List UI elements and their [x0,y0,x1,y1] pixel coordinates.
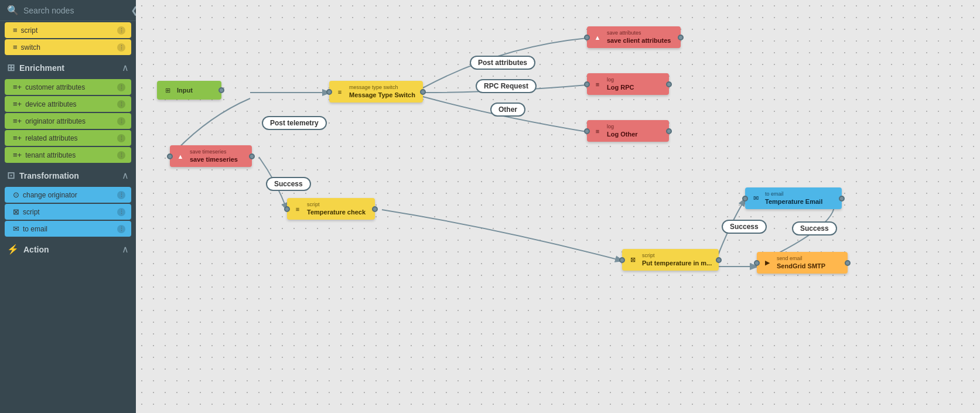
sidebar-item-script-transform[interactable]: ⊠ script ⋮ [5,204,131,220]
sidebar-item-script-top[interactable]: ≡ script ⋮ [5,22,131,38]
drag-handle: ⋮ [117,151,125,159]
flow-node-log-rpc[interactable]: ≡ log Log RPC [587,73,669,95]
switch-icon: ≡ [13,43,18,52]
flow-node-save-timeseries[interactable]: ▲ save timeseries save timeseries [170,145,252,167]
conn-right-save-ts [249,153,255,159]
save-attrs-icon: ▲ [592,32,603,43]
connections-svg [136,0,980,413]
conn-right-input [218,87,224,93]
sidebar-item-change-originator[interactable]: ⊙ change originator ⋮ [5,187,131,203]
flow-node-sendgrid[interactable]: ▶ send email SendGrid SMTP [757,252,848,274]
drag-handle: ⋮ [117,83,125,91]
flow-node-input[interactable]: ⊞ Input [157,81,221,100]
drag-handle: ⋮ [117,134,125,142]
action-collapse-button[interactable]: ∧ [122,244,129,255]
enrichment-section-header[interactable]: ⊞ Enrichment ∧ [0,56,136,78]
enrichment-icon: ⊞ [7,62,15,73]
conn-right-log-rpc [666,81,672,87]
conn-right-temp-check [372,206,378,212]
action-icon: ⚡ [7,244,19,255]
transformation-collapse-button[interactable]: ∧ [122,170,129,181]
conn-left-sendgrid [754,260,760,266]
log-other-icon: ≡ [592,125,603,137]
customer-attr-icon: ≡+ [13,83,22,91]
sidebar-item-related-attributes[interactable]: ≡+ related attributes ⋮ [5,130,131,146]
edge-label-success-3: Success [792,221,837,235]
put-temp-icon: ⊠ [627,254,638,266]
drag-handle: ⋮ [117,208,125,216]
drag-handle: ⋮ [117,26,125,35]
conn-left-temp-check [284,206,290,212]
sidebar-item-switch-top[interactable]: ≡ switch ⋮ [5,39,131,55]
save-ts-icon: ▲ [175,151,186,162]
transformation-nodes: ⊙ change originator ⋮ ⊠ script ⋮ ✉ to em… [0,186,136,238]
search-icon: 🔍 [7,5,19,16]
flow-node-put-temp[interactable]: ⊠ script Put temperature in m... [622,249,719,271]
drag-handle: ⋮ [117,43,125,52]
log-rpc-icon: ≡ [592,78,603,90]
drag-handle: ⋮ [117,191,125,199]
conn-right-msg-switch [420,89,426,95]
to-email-icon: ✉ [13,224,19,233]
transformation-section-header[interactable]: ⊡ Transformation ∧ [0,164,136,186]
script-transform-icon: ⊠ [13,207,19,216]
edge-label-other: Other [490,103,525,117]
conn-left-log-other [584,128,590,134]
orig-attr-icon: ≡+ [13,117,22,125]
canvas: ⊞ Input ≡ message type switch Message Ty… [136,0,980,413]
sendgrid-icon: ▶ [762,257,773,269]
conn-left-save-attrs [584,35,590,40]
msg-switch-icon: ≡ [334,86,346,98]
drag-handle: ⋮ [117,100,125,108]
conn-left-temp-email [742,196,748,202]
conn-right-put-temp [716,257,722,263]
edge-label-post-attributes: Post attributes [470,56,535,70]
conn-right-save-attrs [678,35,684,40]
flow-node-temp-email[interactable]: ✉ to email Temperature Email [745,187,842,209]
edge-label-success-1: Success [266,177,311,191]
flow-node-save-client-attrs[interactable]: ▲ save attributes save client attributes [587,26,681,48]
sidebar: 🔍 ❮ ≡ script ⋮ ≡ switch ⋮ ⊞ Enrichment ∧ [0,0,136,413]
edge-label-success-2: Success [722,220,767,234]
change-orig-icon: ⊙ [13,190,19,199]
drag-handle: ⋮ [117,225,125,233]
script-icon: ≡ [13,26,18,35]
input-icon: ⊞ [162,84,173,96]
collapse-sidebar-button[interactable]: ❮ [131,5,136,16]
enrichment-collapse-button[interactable]: ∧ [122,62,129,73]
action-section-header[interactable]: ⚡ Action ∧ [0,238,136,260]
conn-left-msg-switch [326,89,332,95]
search-input[interactable] [23,6,126,15]
related-attr-icon: ≡+ [13,134,22,142]
conn-right-temp-email [839,196,845,202]
edge-label-post-telemetry: Post telemetry [262,116,327,130]
drag-handle: ⋮ [117,117,125,125]
conn-right-sendgrid [845,260,851,266]
flow-node-msg-switch[interactable]: ≡ message type switch Message Type Switc… [329,81,423,103]
sidebar-item-to-email[interactable]: ✉ to email ⋮ [5,221,131,237]
top-nodes-section: ≡ script ⋮ ≡ switch ⋮ [0,21,136,56]
sidebar-item-tenant-attributes[interactable]: ≡+ tenant attributes ⋮ [5,147,131,163]
enrichment-nodes: ≡+ customer attributes ⋮ ≡+ device attri… [0,78,136,164]
temp-check-icon: ≡ [292,203,303,215]
temp-email-icon: ✉ [750,193,762,204]
conn-left-log-rpc [584,81,590,87]
tenant-attr-icon: ≡+ [13,151,22,159]
transformation-icon: ⊡ [7,170,15,181]
search-bar[interactable]: 🔍 ❮ [0,0,136,21]
conn-left-put-temp [619,257,625,263]
flow-node-log-other[interactable]: ≡ log Log Other [587,120,669,142]
conn-left-save-ts [167,153,173,159]
sidebar-item-customer-attributes[interactable]: ≡+ customer attributes ⋮ [5,79,131,95]
edge-label-rpc-request: RPC Request [476,79,537,93]
flow-node-temp-check[interactable]: ≡ script Temperature check [287,198,375,220]
sidebar-item-originator-attributes[interactable]: ≡+ originator attributes ⋮ [5,113,131,129]
sidebar-item-device-attributes[interactable]: ≡+ device attributes ⋮ [5,96,131,112]
device-attr-icon: ≡+ [13,100,22,108]
conn-right-log-other [666,128,672,134]
